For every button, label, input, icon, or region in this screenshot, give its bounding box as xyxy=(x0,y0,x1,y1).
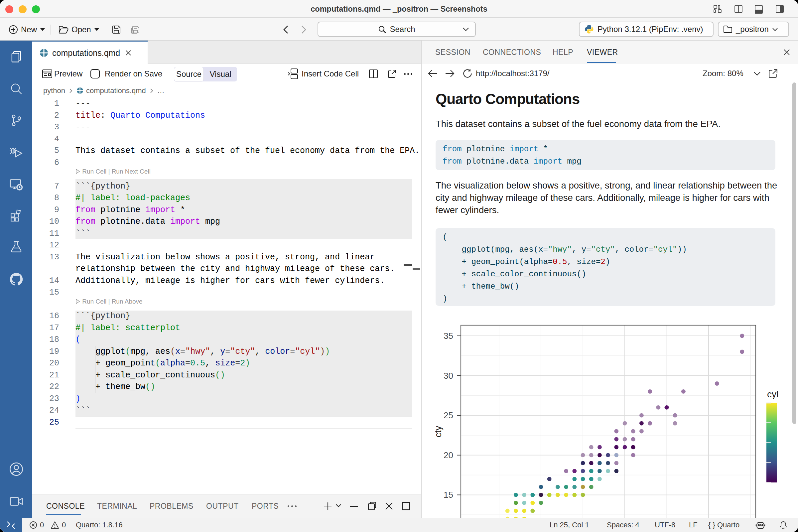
svg-text:cty: cty xyxy=(433,425,443,437)
svg-text:15: 15 xyxy=(443,490,453,500)
svg-text:25: 25 xyxy=(443,410,453,420)
svg-text:cyl: cyl xyxy=(767,389,778,399)
svg-text:30: 30 xyxy=(443,371,453,381)
svg-text:20: 20 xyxy=(443,450,453,460)
svg-text:35: 35 xyxy=(443,331,453,341)
